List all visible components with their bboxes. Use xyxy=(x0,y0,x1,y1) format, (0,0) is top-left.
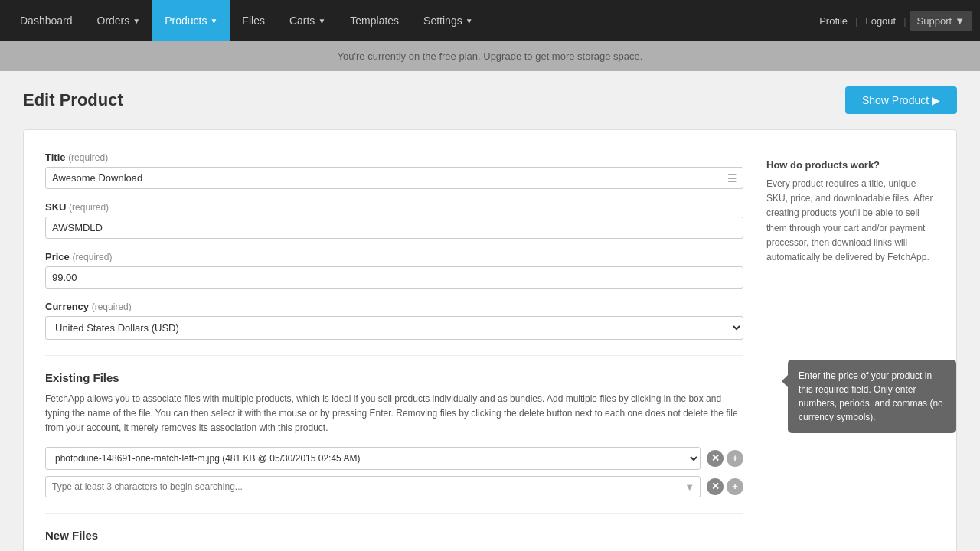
file-select-1[interactable]: photodune-148691-one-match-left-m.jpg (4… xyxy=(45,447,701,470)
existing-files-title: Existing Files xyxy=(45,371,743,384)
form-sidebar: How do products work? Every product requ… xyxy=(766,152,935,551)
title-input-wrap: ☰ xyxy=(45,167,743,189)
file-add-button-1[interactable]: + xyxy=(727,450,743,467)
nav-left: Dashboard Orders▼ Products▼ Files Carts▼… xyxy=(8,0,815,41)
page-title: Edit Product xyxy=(23,90,123,110)
profile-link[interactable]: Profile xyxy=(815,15,852,27)
nav-item-files[interactable]: Files xyxy=(230,0,277,41)
nav-item-products[interactable]: Products▼ xyxy=(152,0,230,41)
sku-group: SKU (required) xyxy=(45,201,743,239)
title-group: Title (required) ☰ xyxy=(45,152,743,189)
edit-product-card: Title (required) ☰ SKU (required) xyxy=(23,129,957,551)
section-divider-1 xyxy=(45,355,743,356)
file-remove-button-1[interactable]: ✕ xyxy=(707,450,724,467)
sku-label: SKU (required) xyxy=(45,201,743,213)
sidebar-help-text: Every product requires a title, unique S… xyxy=(766,177,935,265)
text-format-icon: ☰ xyxy=(727,172,737,184)
show-product-button[interactable]: Show Product ▶ xyxy=(845,86,957,114)
nav-item-templates[interactable]: Templates xyxy=(338,0,411,41)
section-divider-2 xyxy=(45,513,743,514)
logout-link[interactable]: Logout xyxy=(861,15,900,27)
orders-dropdown-arrow: ▼ xyxy=(132,17,140,25)
currency-label: Currency (required) xyxy=(45,301,743,312)
sku-input[interactable] xyxy=(45,217,743,239)
support-button[interactable]: Support ▼ xyxy=(910,11,972,31)
nav-item-settings[interactable]: Settings▼ xyxy=(411,0,485,41)
title-input[interactable] xyxy=(45,167,743,189)
file-actions-1: ✕ + xyxy=(707,450,743,467)
form-section: Title (required) ☰ SKU (required) xyxy=(45,152,935,551)
new-files-section: New Files Click the following button to … xyxy=(45,529,743,551)
currency-select[interactable]: United States Dollars (USD) Euro (EUR) B… xyxy=(45,316,743,340)
currency-group: Currency (required) United States Dollar… xyxy=(45,301,743,340)
existing-files-desc: FetchApp allows you to associate files w… xyxy=(45,392,743,436)
nav-divider-2: | xyxy=(903,15,906,27)
file-row-2: ▼ ✕ + xyxy=(45,476,743,497)
page-header: Edit Product Show Product ▶ xyxy=(23,86,957,114)
form-main: Title (required) ☰ SKU (required) xyxy=(45,152,743,551)
price-group: Price (required) xyxy=(45,251,743,289)
nav-right: Profile | Logout | Support ▼ xyxy=(815,11,972,31)
nav-item-orders[interactable]: Orders▼ xyxy=(85,0,153,41)
file-row-1: photodune-148691-one-match-left-m.jpg (4… xyxy=(45,447,743,470)
file-search-input[interactable] xyxy=(45,476,701,497)
file-add-button-2[interactable]: + xyxy=(727,478,743,495)
file-actions-2: ✕ + xyxy=(707,478,743,495)
carts-dropdown-arrow: ▼ xyxy=(318,17,325,25)
title-label: Title (required) xyxy=(45,152,743,163)
nav-item-dashboard[interactable]: Dashboard xyxy=(8,0,85,41)
nav-item-carts[interactable]: Carts▼ xyxy=(277,0,338,41)
file-search-wrap: ▼ xyxy=(45,476,701,497)
file-select-wrap-1: photodune-148691-one-match-left-m.jpg (4… xyxy=(45,447,701,470)
price-wrapper xyxy=(45,266,743,289)
settings-dropdown-arrow: ▼ xyxy=(466,17,473,25)
price-tooltip: Enter the price of your product in this … xyxy=(788,360,956,433)
navbar: Dashboard Orders▼ Products▼ Files Carts▼… xyxy=(0,0,980,41)
products-dropdown-arrow: ▼ xyxy=(210,17,217,25)
price-input[interactable] xyxy=(45,266,743,289)
price-label: Price (required) xyxy=(45,251,743,262)
page-container: Edit Product Show Product ▶ Title (requi… xyxy=(8,71,972,551)
existing-files-section: Existing Files FetchApp allows you to as… xyxy=(45,371,743,497)
nav-divider-1: | xyxy=(855,15,858,27)
upgrade-banner: You're currently on the free plan. Upgra… xyxy=(0,41,980,71)
sidebar-help-title: How do products work? xyxy=(766,159,935,171)
file-remove-button-2[interactable]: ✕ xyxy=(707,478,724,495)
new-files-title: New Files xyxy=(45,529,743,542)
support-arrow-icon: ▼ xyxy=(955,15,965,27)
